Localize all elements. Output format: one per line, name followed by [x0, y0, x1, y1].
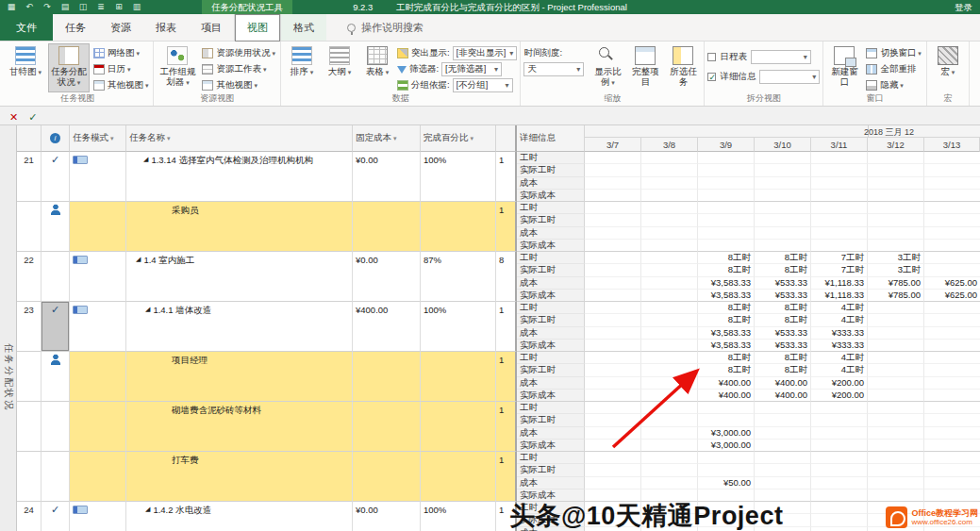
timephased-cell[interactable]: [585, 190, 641, 202]
arrange-all-button[interactable]: 全部重排: [864, 62, 922, 76]
timephased-cell[interactable]: [868, 477, 924, 490]
timephased-cell[interactable]: 8工时: [755, 364, 811, 376]
timephased-cell[interactable]: ¥3,000.00: [698, 440, 755, 452]
detail-label-cell[interactable]: 实际成本: [517, 240, 585, 252]
timephased-cell[interactable]: [698, 190, 755, 202]
gantt-chart-button[interactable]: 甘特图: [5, 43, 46, 92]
timephased-cell[interactable]: [698, 227, 755, 240]
timephased-cell[interactable]: ¥1,118.33: [811, 290, 868, 302]
timephased-cell[interactable]: [924, 190, 980, 202]
timephased-cell[interactable]: [585, 252, 641, 264]
timephased-cell[interactable]: [868, 340, 924, 352]
timephased-cell[interactable]: [924, 377, 980, 390]
timephased-cell[interactable]: [585, 340, 641, 352]
row-id-cell[interactable]: 22: [17, 252, 42, 302]
timescale-combobox[interactable]: 天: [523, 62, 584, 76]
details-combobox[interactable]: [759, 70, 820, 84]
timescale-bottom-tier[interactable]: 3/7 3/8 3/9 3/10 3/11 3/12 3/13: [585, 138, 980, 152]
timephased-cell[interactable]: ¥3,583.33: [698, 290, 755, 302]
timephased-cell[interactable]: [811, 452, 868, 464]
timephased-cell[interactable]: [641, 240, 698, 252]
detail-label-cell[interactable]: 实际工时: [517, 464, 585, 476]
percent-complete-cell[interactable]: 100%: [421, 502, 496, 531]
timephased-cell[interactable]: [585, 440, 641, 452]
row-info-cell[interactable]: [42, 502, 70, 531]
timephased-cell[interactable]: [641, 264, 698, 276]
overflow-column-header[interactable]: [496, 125, 517, 152]
timephased-cell[interactable]: 8工时: [698, 364, 755, 376]
timephased-cell[interactable]: [924, 214, 980, 226]
timephased-cell[interactable]: [641, 177, 698, 190]
detail-label-cell[interactable]: 实际成本: [517, 190, 585, 202]
percent-complete-cell[interactable]: [421, 452, 496, 502]
timephased-cell[interactable]: [641, 164, 698, 176]
undo-icon[interactable]: [24, 0, 35, 14]
row-id-cell[interactable]: [17, 202, 42, 252]
row-info-cell[interactable]: [42, 202, 70, 252]
timephased-cell[interactable]: ¥200.00: [811, 377, 868, 390]
timephased-cell[interactable]: ¥200.00: [811, 390, 868, 402]
select-all-header[interactable]: [17, 125, 42, 152]
timephased-cell[interactable]: [641, 452, 698, 464]
timephased-cell[interactable]: [585, 240, 641, 252]
timephased-cell[interactable]: [924, 452, 980, 464]
timephased-cell[interactable]: [755, 190, 811, 202]
detail-label-cell[interactable]: 工时: [517, 402, 585, 414]
timephased-cell[interactable]: [924, 327, 980, 340]
timephased-cell[interactable]: 8工时: [755, 302, 811, 314]
timephased-cell[interactable]: [868, 327, 924, 340]
fixed-cost-header[interactable]: 固定成本: [353, 125, 421, 152]
timephased-cell[interactable]: [585, 202, 641, 214]
timephased-cell[interactable]: 7工时: [811, 264, 868, 276]
resource-usage-button[interactable]: 资源使用状况: [200, 46, 276, 60]
timephased-cell[interactable]: [755, 427, 811, 440]
timephased-cell[interactable]: [924, 464, 980, 476]
timephased-cell[interactable]: [585, 277, 641, 290]
timephased-cell[interactable]: [924, 202, 980, 214]
detail-label-cell[interactable]: 实际成本: [517, 340, 585, 352]
date-header[interactable]: 3/11: [811, 138, 868, 152]
detail-label-cell[interactable]: 成本: [517, 477, 585, 490]
timephased-cell[interactable]: [924, 164, 980, 176]
timephased-cell[interactable]: [811, 414, 868, 426]
timephased-cell[interactable]: [585, 264, 641, 276]
timephased-cell[interactable]: [641, 402, 698, 414]
detail-label-cell[interactable]: 实际工时: [517, 314, 585, 326]
timephased-cell[interactable]: [811, 527, 868, 531]
timephased-cell[interactable]: [585, 177, 641, 190]
detail-label-cell[interactable]: 实际成本: [517, 290, 585, 302]
timephased-cell[interactable]: [698, 240, 755, 252]
timephased-cell[interactable]: [641, 314, 698, 326]
tab-project[interactable]: 项目: [189, 14, 234, 41]
timeline-checkbox[interactable]: [707, 53, 716, 61]
timephased-cell[interactable]: [641, 214, 698, 226]
tab-resource[interactable]: 资源: [98, 14, 143, 41]
timephased-cell[interactable]: [868, 302, 924, 314]
date-header[interactable]: 3/9: [698, 138, 755, 152]
detail-label-cell[interactable]: 实际成本: [517, 440, 585, 452]
highlight-combobox[interactable]: [非突出显示]: [453, 46, 518, 60]
timephased-cell[interactable]: [698, 414, 755, 426]
row-id-cell[interactable]: 24: [17, 502, 42, 531]
timephased-cell[interactable]: 8工时: [698, 252, 755, 264]
timephased-cell[interactable]: [868, 440, 924, 452]
timephased-cell[interactable]: [585, 214, 641, 226]
task-mode-cell[interactable]: [70, 252, 126, 302]
timephased-cell[interactable]: [585, 290, 641, 302]
overflow-cell[interactable]: 1: [496, 152, 517, 202]
timephased-cell[interactable]: [641, 152, 698, 164]
timephased-cell[interactable]: 4工时: [811, 364, 868, 376]
timephased-cell[interactable]: 3工时: [868, 264, 924, 276]
timephased-cell[interactable]: [868, 490, 924, 502]
timephased-cell[interactable]: [755, 152, 811, 164]
view-switch-icon[interactable]: [77, 0, 89, 14]
timephased-cell[interactable]: [698, 152, 755, 164]
overflow-cell[interactable]: 1: [496, 302, 517, 352]
detail-label-cell[interactable]: 成本: [517, 227, 585, 240]
timephased-cell[interactable]: ¥533.33: [755, 277, 811, 290]
timephased-cell[interactable]: [868, 452, 924, 464]
tab-task[interactable]: 任务: [53, 14, 98, 41]
detail-label-cell[interactable]: 工时: [517, 252, 585, 264]
row-id-cell[interactable]: [17, 402, 42, 452]
timephased-cell[interactable]: ¥785.00: [868, 277, 924, 290]
